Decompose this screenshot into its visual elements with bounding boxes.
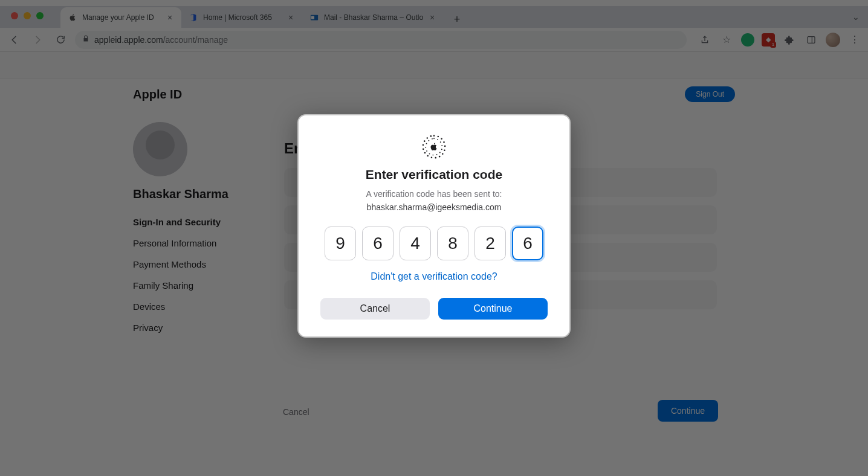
code-digit-6[interactable]: 6 bbox=[512, 227, 543, 260]
modal-email: bhaskar.sharma@igeeksmedia.com bbox=[367, 202, 502, 212]
svg-point-12 bbox=[435, 157, 436, 159]
svg-point-25 bbox=[441, 149, 442, 150]
code-digit-4[interactable]: 8 bbox=[437, 227, 468, 260]
svg-point-13 bbox=[431, 157, 433, 159]
two-factor-icon bbox=[421, 133, 447, 160]
svg-point-10 bbox=[442, 153, 444, 155]
modal-subtitle: A verification code has been sent to: bbox=[366, 189, 502, 199]
svg-point-19 bbox=[427, 137, 429, 139]
svg-point-23 bbox=[440, 141, 441, 143]
svg-point-27 bbox=[436, 154, 438, 155]
svg-point-20 bbox=[430, 135, 432, 137]
svg-point-4 bbox=[433, 135, 435, 137]
code-input-row: 9 6 4 8 2 6 bbox=[325, 227, 543, 260]
continue-button[interactable]: Continue bbox=[438, 298, 548, 320]
svg-point-21 bbox=[433, 138, 435, 139]
svg-point-16 bbox=[423, 149, 424, 150]
svg-point-33 bbox=[428, 140, 429, 141]
modal-overlay: Enter verification code A verification c… bbox=[0, 0, 868, 476]
svg-point-34 bbox=[432, 138, 433, 140]
svg-point-7 bbox=[443, 141, 445, 143]
svg-point-18 bbox=[424, 140, 426, 142]
svg-point-9 bbox=[444, 149, 445, 151]
verification-modal: Enter verification code A verification c… bbox=[297, 114, 571, 338]
cancel-button[interactable]: Cancel bbox=[320, 298, 430, 320]
svg-point-31 bbox=[425, 147, 426, 148]
svg-point-22 bbox=[437, 139, 438, 140]
svg-point-17 bbox=[423, 144, 424, 146]
resend-code-link[interactable]: Didn't get a verification code? bbox=[371, 271, 497, 282]
code-digit-1[interactable]: 9 bbox=[325, 227, 356, 260]
svg-point-24 bbox=[441, 145, 442, 146]
code-digit-2[interactable]: 6 bbox=[362, 227, 394, 260]
svg-point-14 bbox=[427, 155, 429, 157]
svg-point-11 bbox=[439, 156, 441, 158]
svg-point-30 bbox=[426, 150, 427, 152]
svg-point-26 bbox=[439, 152, 441, 153]
svg-point-5 bbox=[438, 136, 439, 138]
code-digit-5[interactable]: 2 bbox=[474, 227, 506, 260]
svg-point-6 bbox=[441, 138, 442, 140]
svg-point-8 bbox=[444, 146, 446, 147]
code-digit-3[interactable]: 4 bbox=[400, 227, 431, 260]
svg-point-28 bbox=[432, 155, 433, 156]
svg-point-29 bbox=[429, 153, 430, 155]
svg-point-15 bbox=[424, 152, 426, 154]
modal-title: Enter verification code bbox=[366, 167, 502, 182]
svg-point-32 bbox=[426, 143, 427, 144]
